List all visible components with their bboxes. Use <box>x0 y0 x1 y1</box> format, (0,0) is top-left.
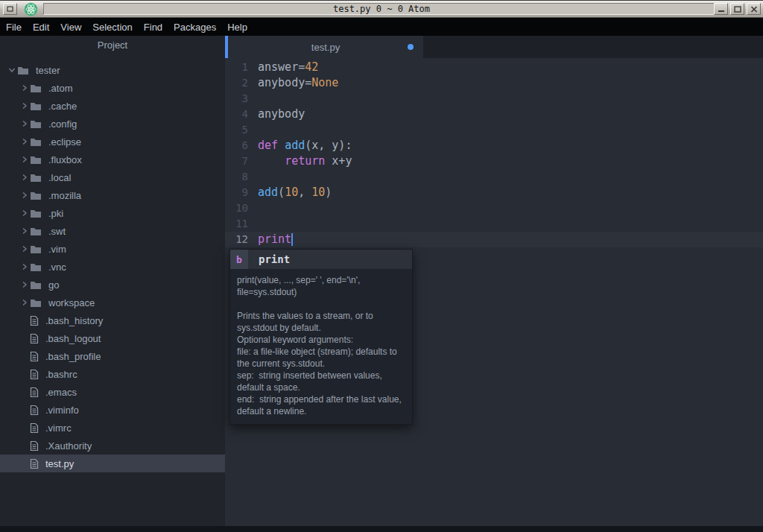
tree-item-dot-eclipse[interactable]: .eclipse <box>0 133 225 151</box>
tree-item-go[interactable]: go <box>0 276 225 294</box>
code-line[interactable]: 7 return x+y <box>225 153 763 169</box>
tree-item-label: .atom <box>48 83 73 94</box>
line-number: 9 <box>225 185 258 200</box>
code-line[interactable]: 4 anybody <box>225 107 763 122</box>
code-line[interactable]: 11 <box>225 216 763 232</box>
titlebar-inset: test.py 0 ~ 0 Atom <box>43 3 720 15</box>
chevron-right-icon <box>20 173 30 182</box>
tree-item-dot-bash_profile[interactable]: .bash_profile <box>0 347 225 365</box>
folder-icon <box>30 191 42 200</box>
tree-item-dot-vim[interactable]: .vim <box>0 240 225 258</box>
code-token: def <box>258 139 278 152</box>
code-token: add <box>258 186 278 199</box>
tree-item-label: .mozilla <box>48 190 81 201</box>
tree-item-dot-bash_logout[interactable]: .bash_logout <box>0 329 225 347</box>
code-line[interactable]: 2 anybody=None <box>225 75 763 91</box>
tree-item-tester[interactable]: tester <box>0 61 225 79</box>
tree-item-dot-vimrc[interactable]: .vimrc <box>0 419 225 437</box>
code-token: x+y <box>325 154 352 168</box>
tree-item-dot-cache[interactable]: .cache <box>0 97 225 115</box>
line-number: 2 <box>225 75 258 91</box>
tree-item-dot-bashrc[interactable]: .bashrc <box>0 365 225 383</box>
file-icon <box>30 405 39 416</box>
code-line[interactable]: 12 print <box>225 232 763 247</box>
tree-item-dot-xauthority[interactable]: .Xauthority <box>0 437 225 455</box>
tree-indent-spacer <box>20 405 30 414</box>
maximize-button[interactable] <box>730 3 744 15</box>
line-number: 1 <box>225 60 258 75</box>
code-token: ( <box>278 186 285 199</box>
code-text: anybody <box>258 107 305 122</box>
project-sidebar: Project tester .atom .cache <box>0 36 225 526</box>
menu-item-selection[interactable]: Selection <box>92 22 132 33</box>
code-line[interactable]: 8 <box>225 169 763 185</box>
text-editor[interactable]: 1 answer=42 2 anybody=None 3 4 anybody 5… <box>225 58 763 247</box>
code-token: None <box>311 76 338 89</box>
menu-item-file[interactable]: File <box>6 22 22 33</box>
code-token <box>278 139 285 152</box>
tree-indent-spacer <box>20 334 30 343</box>
tree-item-dot-viminfo[interactable]: .viminfo <box>0 401 225 419</box>
tab-test-py[interactable]: test.py <box>228 36 423 58</box>
minimize-button[interactable] <box>714 3 728 15</box>
file-icon <box>30 440 39 452</box>
chevron-right-icon <box>20 119 30 128</box>
code-line[interactable]: 1 answer=42 <box>225 60 763 75</box>
tree-item-dot-local[interactable]: .local <box>0 168 225 186</box>
autocomplete-doc-line: file: a file-like object (stream); defau… <box>237 346 405 370</box>
menu-item-view[interactable]: View <box>60 22 81 33</box>
code-line[interactable]: 6 def add(x, y): <box>225 138 763 153</box>
tree-item-dot-vnc[interactable]: .vnc <box>0 258 225 276</box>
code-line[interactable]: 3 <box>225 91 763 107</box>
tree-item-dot-bash_history[interactable]: .bash_history <box>0 311 225 329</box>
tree-indent-spacer <box>20 352 30 361</box>
folder-icon <box>30 173 42 183</box>
line-number: 12 <box>225 232 258 247</box>
tree-item-workspace[interactable]: workspace <box>0 294 225 311</box>
code-token: add <box>285 139 305 152</box>
code-token <box>258 154 285 168</box>
tree-item-dot-fluxbox[interactable]: .fluxbox <box>0 151 225 168</box>
file-icon <box>30 387 39 398</box>
modified-indicator-icon[interactable] <box>408 44 414 50</box>
tree-item-label: .fluxbox <box>48 154 82 165</box>
tree-item-label: .pki <box>48 208 63 219</box>
tree-indent-spacer <box>20 370 30 379</box>
window-menu-button[interactable] <box>3 3 17 15</box>
tree-item-label: .Xauthority <box>45 440 92 452</box>
tree-indent-spacer <box>20 387 30 396</box>
window-titlebar[interactable]: test.py 0 ~ 0 Atom <box>0 0 763 18</box>
tree-item-dot-emacs[interactable]: .emacs <box>0 383 225 401</box>
menu-item-find[interactable]: Find <box>144 22 162 33</box>
code-token: , <box>298 186 311 199</box>
code-line[interactable]: 5 <box>225 122 763 138</box>
menu-item-packages[interactable]: Packages <box>174 22 216 33</box>
tree-item-dot-config[interactable]: .config <box>0 115 225 133</box>
file-icon <box>30 422 39 434</box>
folder-icon <box>30 244 42 254</box>
tree-item-dot-swt[interactable]: .swt <box>0 222 225 240</box>
line-number: 5 <box>225 122 258 138</box>
tree-item-label: .emacs <box>45 387 77 398</box>
autocomplete-doc-line <box>237 298 405 310</box>
tree-item-dot-mozilla[interactable]: .mozilla <box>0 186 225 204</box>
tree-indent-spacer <box>20 423 30 432</box>
autocomplete-documentation: print(value, ..., sep=' ', end='\n', fil… <box>230 269 412 424</box>
autocomplete-popup: b print print(value, ..., sep=' ', end='… <box>229 249 413 425</box>
folder-icon <box>30 209 42 218</box>
code-line[interactable]: 10 <box>225 200 763 216</box>
close-button[interactable] <box>747 3 761 15</box>
chevron-right-icon <box>20 262 30 271</box>
tree-item-label: .bash_history <box>45 315 103 326</box>
minimize-icon <box>718 6 725 13</box>
menu-item-help[interactable]: Help <box>227 22 247 33</box>
tree-item-label: .bash_logout <box>45 333 101 344</box>
tree-item-dot-atom[interactable]: .atom <box>0 79 225 97</box>
code-token: print <box>258 232 291 246</box>
tree-item-test.py[interactable]: test.py <box>0 455 225 472</box>
tree-item-dot-pki[interactable]: .pki <box>0 204 225 222</box>
code-line[interactable]: 9 add(10, 10) <box>225 185 763 200</box>
tree-item-label: .swt <box>48 226 66 237</box>
menu-item-edit[interactable]: Edit <box>33 22 49 33</box>
autocomplete-suggestion-print[interactable]: b print <box>230 250 412 269</box>
